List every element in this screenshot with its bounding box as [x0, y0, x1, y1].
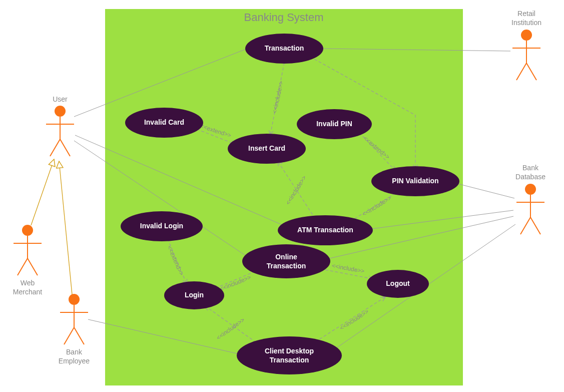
usecase-pin-validation: PIN Validation: [371, 166, 459, 196]
svg-point-10: [69, 294, 80, 305]
actor-bankdb-label2: Database: [515, 173, 545, 181]
svg-point-15: [521, 30, 532, 41]
usecase-login: Login: [164, 281, 224, 309]
usecase-insert-card: Insert Card: [228, 134, 306, 164]
svg-text:Invalid Login: Invalid Login: [140, 222, 183, 230]
actor-bank-employee: Bank Employee: [59, 294, 90, 365]
usecase-logout: Logout: [367, 270, 429, 298]
svg-line-35: [59, 161, 72, 294]
actor-user-label: User: [53, 95, 68, 103]
svg-point-0: [55, 106, 66, 117]
actor-retail-institution: Retail Institution: [511, 10, 541, 80]
svg-line-4: [60, 139, 70, 156]
svg-line-14: [74, 327, 84, 344]
svg-line-9: [28, 258, 38, 275]
svg-text:Invalid Card: Invalid Card: [144, 118, 184, 126]
svg-line-19: [526, 63, 536, 80]
usecase-invalid-pin: Invalid PIN: [297, 109, 372, 139]
usecase-client-desktop: Client Desktop Transaction: [237, 336, 342, 374]
svg-line-13: [64, 327, 74, 344]
svg-point-5: [22, 225, 33, 236]
svg-line-34: [31, 159, 54, 225]
svg-text:PIN Validation: PIN Validation: [392, 177, 438, 185]
usecase-transaction: Transaction: [245, 34, 323, 64]
system-title: Banking System: [244, 11, 324, 24]
svg-line-3: [50, 139, 60, 156]
usecase-online-transaction: Online Transaction: [242, 244, 330, 278]
svg-text:Client Desktop: Client Desktop: [265, 347, 314, 355]
usecase-invalid-login: Invalid Login: [121, 211, 203, 241]
actor-retail-label2: Institution: [511, 19, 541, 27]
svg-text:Insert Card: Insert Card: [248, 144, 285, 152]
actor-retail-label1: Retail: [517, 10, 535, 18]
actor-web-merchant-label2: Merchant: [13, 288, 42, 296]
svg-line-23: [520, 217, 530, 234]
svg-point-20: [525, 184, 536, 195]
svg-text:Login: Login: [185, 291, 204, 299]
usecase-atm-transaction: ATM Transaction: [278, 215, 373, 245]
svg-text:Logout: Logout: [386, 279, 410, 287]
svg-text:ATM Transaction: ATM Transaction: [297, 226, 353, 234]
actor-bankdb-label1: Bank: [522, 164, 539, 172]
svg-text:Transaction: Transaction: [270, 356, 309, 364]
svg-line-24: [530, 217, 540, 234]
svg-text:Online: Online: [275, 253, 297, 261]
actor-bank-employee-label1: Bank: [66, 348, 83, 356]
svg-line-8: [18, 258, 28, 275]
actor-web-merchant-label1: Web: [21, 279, 35, 287]
actor-user: User: [46, 95, 74, 156]
actor-web-merchant: Web Merchant: [13, 225, 42, 296]
svg-text:Invalid PIN: Invalid PIN: [316, 120, 352, 128]
svg-text:Transaction: Transaction: [267, 262, 306, 270]
svg-line-18: [516, 63, 526, 80]
usecase-diagram: Banking System User Web Merchant Bank Em…: [0, 0, 564, 392]
actor-bank-database: Bank Database: [515, 164, 545, 234]
actor-bank-employee-label2: Employee: [59, 357, 90, 365]
svg-text:Transaction: Transaction: [265, 44, 304, 52]
usecase-invalid-card: Invalid Card: [125, 108, 203, 138]
